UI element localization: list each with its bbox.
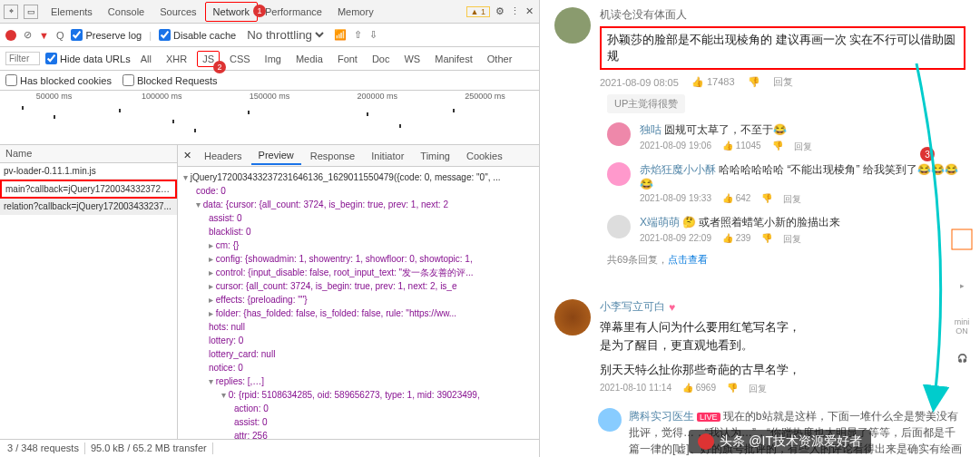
throttling-select[interactable]: No throttling <box>243 27 327 43</box>
avatar[interactable] <box>598 408 622 432</box>
warn-badge[interactable]: ▲ 1 <box>466 6 490 17</box>
blocked-cookies-checkbox[interactable]: Has blocked cookies <box>5 74 112 86</box>
avatar[interactable] <box>554 299 591 335</box>
svg-rect-0 <box>952 229 972 249</box>
dislike-icon[interactable]: 👎 <box>748 76 760 88</box>
request-row[interactable]: pv-loader-0.11.1.min.js <box>0 163 177 180</box>
tab-console[interactable]: Console <box>101 3 152 21</box>
blocked-req-checkbox[interactable]: Blocked Requests <box>122 74 218 86</box>
filter-input[interactable] <box>5 52 40 65</box>
gear-icon[interactable]: ⚙ <box>495 5 505 17</box>
type-media[interactable]: Media <box>291 52 328 66</box>
tab-performance[interactable]: Performance <box>258 3 330 21</box>
badge-3: 3 <box>920 147 935 161</box>
reply-user[interactable]: X端萌萌 <box>640 216 680 228</box>
status-bar: 3 / 348 requests 95.0 kB / 65.2 MB trans… <box>0 439 539 457</box>
comment-time: 2021-08-09 08:05 <box>600 77 679 88</box>
dtab-initiator[interactable]: Initiator <box>364 148 411 164</box>
side-widget[interactable] <box>947 227 976 254</box>
reply-user[interactable]: 赤焰狂魔小小酥 <box>640 163 716 176</box>
upload-icon[interactable]: ⇧ <box>354 29 362 41</box>
waterfall[interactable]: 50000 ms 100000 ms 150000 ms 200000 ms 2… <box>0 91 539 145</box>
dtab-response[interactable]: Response <box>303 148 363 164</box>
bilibili-comments: 机读仓没有体面人 孙颖莎的脸部是不能出现棱角的 建议再画一次 实在不行可以借助圆… <box>540 0 980 457</box>
watermark: 头条 @IT技术资源爱好者 <box>689 430 871 453</box>
type-xhr[interactable]: XHR <box>162 52 191 66</box>
side-service-icon[interactable]: 🎧 <box>947 354 976 363</box>
more-icon[interactable]: ⋮ <box>510 5 520 17</box>
dtab-preview[interactable]: Preview <box>251 147 301 165</box>
avatar[interactable] <box>554 7 591 44</box>
type-font[interactable]: Font <box>333 52 362 66</box>
search-icon[interactable]: Q <box>56 30 64 41</box>
reply-button[interactable]: 回复 <box>773 75 793 89</box>
like-count[interactable]: 👍 17483 <box>691 76 735 88</box>
disable-cache-checkbox[interactable]: Disable cache <box>159 29 236 41</box>
tab-sources[interactable]: Sources <box>152 3 204 21</box>
request-row-selected[interactable]: main?callback=jQuery17200343323723... <box>0 180 177 199</box>
type-css[interactable]: CSS <box>225 52 255 66</box>
reply-user[interactable]: 腾科实习医生 <box>629 410 694 423</box>
status-transfer: 95.0 kB / 65.2 MB transfer <box>91 442 213 454</box>
avatar[interactable] <box>607 122 631 146</box>
reply-user[interactable]: 独咕 <box>640 123 662 136</box>
device-icon[interactable]: ▭ <box>24 5 38 19</box>
comment-username[interactable]: 机读仓没有体面人 <box>600 7 965 23</box>
preserve-checkbox[interactable]: Preserve log <box>71 29 142 41</box>
live-badge: LIVE <box>697 413 720 422</box>
type-ws[interactable]: WS <box>399 52 425 66</box>
reply-item: X端萌萌 🤔 或者照着蜡笔小新的脸描出来 2021-08-09 22:09👍 2… <box>607 215 965 246</box>
detail-panel: ✕ Headers Preview Response Initiator Tim… <box>178 145 539 439</box>
close-detail-icon[interactable]: ✕ <box>183 150 191 161</box>
devtools-tabs: ⌖ ▭ Elements Console Sources Network1 Pe… <box>0 0 539 24</box>
type-other[interactable]: Other <box>483 52 517 66</box>
record-icon[interactable] <box>5 30 16 41</box>
filter-bar: Hide data URLs All XHR JS2 CSS Img Media… <box>0 47 539 71</box>
comment-text-highlighted: 孙颖莎的脸部是不能出现棱角的 建议再画一次 实在不行可以借助圆规 <box>600 26 965 70</box>
more-replies[interactable]: 共69条回复，点击查看 <box>607 253 965 267</box>
reply-item: 赤焰狂魔小小酥 哈哈哈哈哈哈 “不能出现棱角” 给我笑到了😂😂😂😂 2021-0… <box>607 162 965 206</box>
type-manifest[interactable]: Manifest <box>430 52 477 66</box>
type-all[interactable]: All <box>136 52 156 66</box>
network-toolbar: ⊘ ▼ Q Preserve log | Disable cache No th… <box>0 24 539 47</box>
status-requests: 3 / 348 requests <box>7 442 85 454</box>
hide-urls-checkbox[interactable]: Hide data URLs <box>45 53 131 64</box>
tab-memory[interactable]: Memory <box>330 3 382 21</box>
preview-tree[interactable]: jQuery172003433237231646136_162901155047… <box>178 167 539 439</box>
avatar[interactable] <box>607 215 631 238</box>
tab-elements[interactable]: Elements <box>44 3 101 21</box>
names-column: Name pv-loader-0.11.1.min.js main?callba… <box>0 145 178 439</box>
watermark-icon <box>698 433 714 450</box>
filter-icon[interactable]: ▼ <box>39 30 49 41</box>
comment-username[interactable]: 小李写立可白 ♥ <box>600 299 965 315</box>
avatar[interactable] <box>607 162 631 186</box>
comment-item: 小李写立可白 ♥ 弹幕里有人问为什么要用红笔写名字，是为了醒目，更直观地看到。 … <box>540 292 980 403</box>
clear-icon[interactable]: ⊘ <box>24 29 32 41</box>
side-mini-toggle[interactable]: miniON <box>947 317 976 335</box>
download-icon[interactable]: ⇩ <box>369 29 377 41</box>
request-row[interactable]: relation?callback=jQuery172003433237... <box>0 199 177 215</box>
badge-2: 2 <box>213 61 226 73</box>
type-img[interactable]: Img <box>260 52 286 66</box>
type-doc[interactable]: Doc <box>368 52 395 66</box>
tab-network[interactable]: Network1 <box>205 2 258 22</box>
side-arrow-icon[interactable]: ▸ <box>947 281 976 290</box>
names-header[interactable]: Name <box>0 145 177 163</box>
dtab-cookies[interactable]: Cookies <box>459 148 510 164</box>
reply-item: 独咕 圆规可太草了，不至于😂 2021-08-09 19:06👍 11045👎回… <box>607 122 965 153</box>
inspect-icon[interactable]: ⌖ <box>4 5 18 19</box>
up-like-badge: UP主觉得很赞 <box>607 94 685 113</box>
type-js[interactable]: JS2 <box>197 51 220 67</box>
dtab-timing[interactable]: Timing <box>413 148 457 164</box>
wifi-icon[interactable]: 📶 <box>334 29 347 41</box>
close-icon[interactable]: ✕ <box>525 5 534 17</box>
dtab-headers[interactable]: Headers <box>197 148 250 164</box>
filter-bar-2: Has blocked cookies Blocked Requests <box>0 71 539 91</box>
